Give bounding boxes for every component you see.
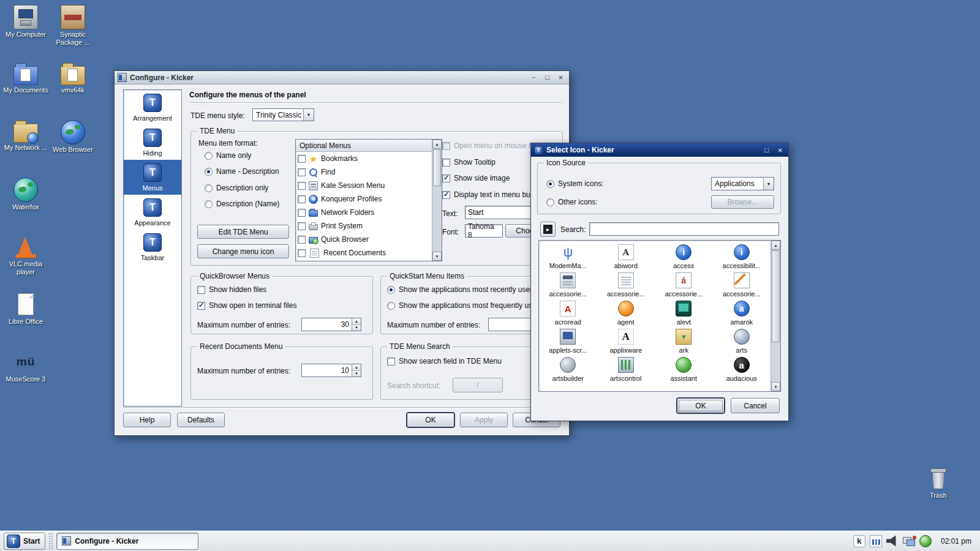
recent-docs-max-entries-spinner[interactable]: 10: [301, 364, 361, 377]
desktop-icon-musescore[interactable]: MuseScore 3: [2, 350, 50, 383]
sidebar-item-menus[interactable]: Menus: [124, 160, 181, 195]
desktop-icon-synaptic[interactable]: Synaptic Package ...: [49, 5, 97, 47]
radio-icon[interactable]: [387, 302, 395, 310]
list-item-print-system[interactable]: Print System: [296, 219, 432, 233]
configure-window-titlebar[interactable]: Configure - Kicker: [115, 71, 569, 84]
icon-option-accessories-charmap[interactable]: accessorie...: [655, 272, 713, 301]
checkbox-icon[interactable]: [442, 142, 450, 150]
checkbox-icon[interactable]: [197, 302, 205, 310]
scroll-thumb[interactable]: [772, 250, 780, 342]
icon-search-input[interactable]: [589, 222, 779, 236]
spin-up-icon[interactable]: [352, 364, 361, 371]
radio-system-icons[interactable]: System icons:: [546, 179, 604, 188]
spinner-value[interactable]: 30: [302, 318, 352, 331]
spin-down-icon[interactable]: [352, 371, 361, 377]
scroll-up-icon[interactable]: [771, 241, 780, 250]
dialog-ok-button[interactable]: OK: [677, 398, 725, 413]
checkbox-icon[interactable]: [298, 249, 306, 257]
taskbar-clock[interactable]: 02:01 pm: [936, 537, 976, 545]
sidebar-item-appearance[interactable]: Appearance: [124, 195, 181, 230]
icon-option-alevt[interactable]: alevt: [655, 301, 713, 329]
change-menu-icon-button[interactable]: Change menu icon: [197, 244, 289, 258]
radio-frequently-used[interactable]: Show the applications most frequently us…: [387, 301, 540, 310]
checkbox-icon[interactable]: [442, 191, 450, 199]
icon-option-audacious[interactable]: audacious: [713, 357, 771, 385]
system-monitor-icon[interactable]: [870, 535, 882, 547]
list-item-kate-session-menu[interactable]: Kate Session Menu: [296, 179, 432, 192]
icon-option-applixware[interactable]: applixware: [597, 329, 655, 357]
list-item-quick-browser[interactable]: Quick Browser: [296, 233, 432, 246]
desktop-icon-my-computer[interactable]: My Computer: [2, 5, 50, 39]
list-item-bookmarks[interactable]: Bookmarks: [296, 152, 432, 165]
dialog-cancel-button[interactable]: Cancel: [731, 398, 780, 413]
checkbox-show-hidden-files[interactable]: Show hidden files: [197, 285, 266, 294]
taskbar-task-configure-kicker[interactable]: Configure - Kicker: [56, 533, 198, 550]
checkbox-show-tooltip[interactable]: Show Tooltip: [442, 158, 496, 167]
list-item-find[interactable]: Find: [296, 165, 432, 179]
icon-option-artsbuilder[interactable]: artsbuilder: [539, 357, 597, 385]
quickbrowser-max-entries-spinner[interactable]: 30: [301, 318, 361, 331]
list-header[interactable]: Optional Menus: [296, 140, 432, 152]
icon-option-applets-screen[interactable]: applets-scr...: [539, 329, 597, 357]
icon-option-artscontrol[interactable]: artscontrol: [597, 357, 655, 385]
radio-icon[interactable]: [205, 168, 213, 176]
icon-option-accessories-calculator[interactable]: accessorie...: [539, 272, 597, 301]
checkbox-show-side-image[interactable]: Show side image: [442, 174, 510, 182]
icon-category-combobox[interactable]: Applications: [711, 177, 774, 190]
menu-style-combobox[interactable]: Trinity Classic: [252, 108, 314, 121]
close-icon[interactable]: [775, 146, 785, 155]
list-scrollbar[interactable]: [432, 140, 442, 261]
radio-description-name[interactable]: Description (Name): [205, 200, 279, 208]
checkbox-icon[interactable]: [442, 174, 450, 182]
sidebar-item-taskbar[interactable]: Taskbar: [124, 230, 181, 264]
scroll-down-icon[interactable]: [771, 382, 780, 391]
spin-down-icon[interactable]: [352, 325, 361, 331]
desktop-icon-my-documents[interactable]: My Documents: [2, 62, 50, 94]
icon-grid-scrollbar[interactable]: [771, 241, 780, 391]
list-item-network-folders[interactable]: Network Folders: [296, 206, 432, 219]
icon-option-modemmanager[interactable]: ModemMa...: [539, 244, 597, 272]
checkbox-display-text[interactable]: Display text in menu button: [442, 190, 543, 199]
sidebar-item-arrangement[interactable]: Arrangement: [124, 90, 181, 125]
panel-handle[interactable]: [48, 533, 53, 550]
desktop-icon-libreoffice[interactable]: Libre Office: [2, 292, 50, 326]
help-button[interactable]: Help: [123, 413, 171, 427]
sidebar-item-hiding[interactable]: Hiding: [124, 125, 181, 160]
search-options-button[interactable]: [540, 222, 556, 237]
scroll-up-icon[interactable]: [432, 140, 442, 149]
network-monitor-icon[interactable]: [903, 535, 915, 547]
icon-option-ark[interactable]: ark: [655, 329, 713, 357]
desktop-icon-web-browser[interactable]: Web Browser: [49, 120, 97, 154]
icon-option-arts[interactable]: arts: [713, 329, 771, 357]
klipper-icon[interactable]: [853, 535, 865, 547]
media-tray-icon[interactable]: [919, 535, 932, 547]
start-button[interactable]: Start: [4, 533, 45, 550]
desktop-icon-my-network[interactable]: My Network ...: [2, 120, 50, 152]
dialog-titlebar[interactable]: Select Icon - Kicker: [531, 143, 788, 157]
icon-option-accessibility[interactable]: accessibilit...: [713, 244, 771, 272]
apply-button[interactable]: Apply: [460, 413, 508, 427]
radio-name-description[interactable]: Name - Description: [205, 167, 279, 176]
radio-icon[interactable]: [387, 286, 395, 294]
radio-icon[interactable]: [546, 198, 554, 206]
list-item-konqueror-profiles[interactable]: Konqueror Profiles: [296, 192, 432, 206]
icon-option-amarok[interactable]: amarok: [713, 301, 771, 329]
volume-icon[interactable]: [886, 535, 899, 547]
radio-icon[interactable]: [546, 180, 554, 188]
checkbox-icon[interactable]: [298, 155, 306, 163]
search-shortcut-button[interactable]: /: [453, 378, 503, 392]
desktop-icon-vmv64k[interactable]: vmv64k: [49, 62, 97, 94]
checkbox-icon[interactable]: [197, 286, 205, 294]
desktop-icon-vlc[interactable]: VLC media player: [2, 234, 50, 276]
checkbox-icon[interactable]: [298, 222, 306, 230]
minimize-icon[interactable]: [529, 73, 539, 82]
radio-icon[interactable]: [205, 200, 213, 208]
desktop-icon-waterfox[interactable]: Waterfox: [2, 178, 50, 211]
icon-option-acroread[interactable]: acroread: [539, 301, 597, 329]
spin-up-icon[interactable]: [352, 318, 361, 325]
desktop-icon-trash[interactable]: Trash: [914, 466, 962, 500]
radio-other-icons[interactable]: Other icons:: [546, 198, 598, 206]
chevron-down-icon[interactable]: [763, 178, 774, 190]
ok-button[interactable]: OK: [407, 413, 454, 427]
close-icon[interactable]: [556, 73, 566, 82]
